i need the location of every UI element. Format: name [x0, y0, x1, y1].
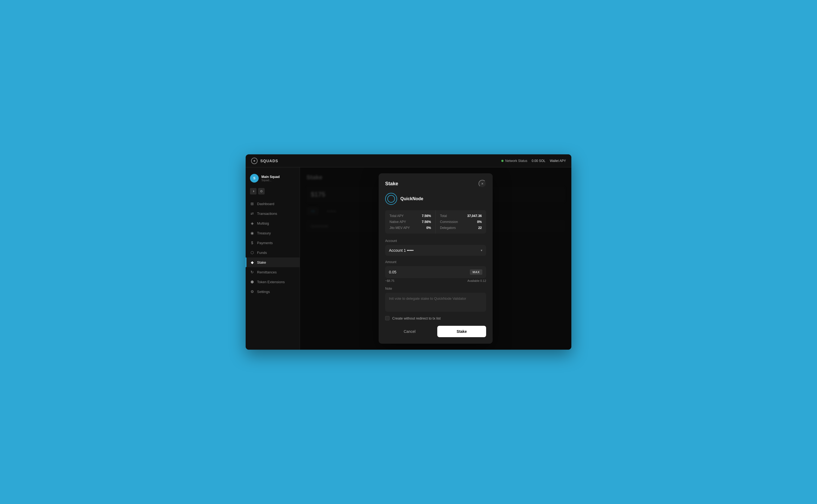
max-button[interactable]: MAX [470, 269, 482, 275]
logo-dot [253, 160, 255, 162]
stats-left: Total APY 7.56% Native APY 7.56% Jito ME… [385, 210, 436, 234]
validator-name: QuickNode [400, 196, 423, 201]
amount-input-container: MAX [385, 266, 486, 278]
stat-row-total-apy: Total APY 7.56% [389, 214, 431, 218]
total-value: 37,047.36 [468, 214, 482, 218]
content-area: Stake $175 All Active QuickNode Stake [300, 167, 571, 350]
modal-buttons: Cancel Stake [385, 326, 486, 337]
note-input[interactable]: Init vote to delegate stake to QuickNode… [385, 293, 486, 312]
account-name: Main Squad [261, 175, 295, 179]
stat-row-jito: Jito MEV APY 0% [389, 226, 431, 230]
commission-label: Commission [440, 220, 458, 224]
delegators-label: Delegators [440, 226, 456, 230]
sidebar-item-label: Dashboard [257, 202, 274, 206]
stats-grid: Total APY 7.56% Native APY 7.56% Jito ME… [385, 210, 486, 234]
native-apy-value: 7.56% [422, 220, 431, 224]
note-placeholder: Init vote to delegate stake to QuickNode… [389, 296, 466, 301]
native-apy-label: Native APY [389, 220, 406, 224]
sol-balance: 0.00 SOL [532, 159, 546, 163]
network-status: Network Status [501, 159, 527, 163]
sidebar-item-label: Stake [257, 260, 266, 264]
sidebar-item-label: Treasury [257, 231, 271, 235]
top-bar-left: SQUADS [251, 158, 278, 164]
checkbox-row: Create without redirect to tx list [385, 316, 486, 320]
validator-logo-inner [387, 195, 395, 203]
sidebar-item-payments[interactable]: $ Payments [246, 238, 300, 248]
treasury-icon: ◉ [250, 231, 254, 235]
payments-icon: $ [250, 241, 254, 245]
sidebar-item-label: Settings [257, 290, 270, 294]
top-bar-right: Network Status 0.00 SOL Wallet APY [501, 159, 566, 163]
total-label: Total [440, 214, 447, 218]
account-dropdown-text: Account 1 ••••• [389, 248, 414, 253]
sidebar-item-multisig[interactable]: ◈ Multisig [246, 218, 300, 228]
stats-right: Total 37,047.36 Commission 0% Delegators… [436, 210, 486, 234]
sidebar-account: S Main Squad Squad... [246, 172, 300, 188]
stat-row-delegators: Delegators 22 [440, 226, 482, 230]
stake-button[interactable]: Stake [437, 326, 486, 337]
main-layout: S Main Squad Squad... ⊞ Dashboard [246, 167, 571, 350]
amount-label: Amount [385, 260, 486, 264]
amount-form-group: Amount MAX ~$8.75 Available 0.12 [385, 260, 486, 282]
account-info: Main Squad Squad... [261, 175, 295, 182]
jito-mev-label: Jito MEV APY [389, 226, 410, 230]
network-dot [501, 160, 504, 162]
stake-modal: Stake × QuickNode Total [378, 173, 493, 344]
sidebar: S Main Squad Squad... ⊞ Dashboard [246, 167, 300, 350]
chevron-down-icon: ▾ [481, 248, 482, 252]
sidebar-item-label: Transactions [257, 212, 277, 216]
browser-window: SQUADS Network Status 0.00 SOL Wallet AP… [246, 154, 571, 350]
network-status-label: Network Status [505, 159, 527, 163]
stat-row-commission: Commission 0% [440, 220, 482, 224]
available-balance: Available 0.12 [468, 279, 486, 282]
cancel-button[interactable]: Cancel [385, 326, 434, 337]
multisig-icon: ◈ [250, 221, 254, 225]
wallet-info: Wallet APY [550, 159, 566, 163]
total-apy-value: 7.56% [422, 214, 431, 218]
top-bar: SQUADS Network Status 0.00 SOL Wallet AP… [246, 154, 571, 167]
account-dropdown[interactable]: Account 1 ••••• ▾ [385, 245, 486, 256]
sidebar-nav: ⊞ Dashboard ⇄ Transactions ◈ Multisig ◉ … [246, 199, 300, 345]
sidebar-item-label: Remittances [257, 270, 276, 274]
sidebar-item-settings[interactable]: ⚙ Settings [246, 287, 300, 296]
redirect-checkbox[interactable] [385, 316, 389, 320]
sidebar-item-label: Token Extensions [257, 280, 285, 284]
sidebar-item-remittances[interactable]: ↻ Remittances [246, 267, 300, 277]
action-btn-2[interactable] [258, 188, 265, 194]
sidebar-item-dashboard[interactable]: ⊞ Dashboard [246, 199, 300, 209]
checkbox-label: Create without redirect to tx list [392, 316, 441, 320]
sidebar-item-token-extensions[interactable]: ⬢ Token Extensions [246, 277, 300, 287]
modal-title: Stake [385, 181, 398, 187]
action-btn-1[interactable] [250, 188, 256, 194]
account-actions [246, 188, 300, 199]
total-apy-label: Total APY [389, 214, 403, 218]
sidebar-item-label: Payments [257, 241, 273, 245]
sidebar-item-transactions[interactable]: ⇄ Transactions [246, 209, 300, 218]
delegators-value: 22 [478, 226, 482, 230]
validator-section: QuickNode [385, 193, 486, 205]
sidebar-item-label: Funds [257, 251, 267, 255]
transactions-icon: ⇄ [250, 211, 254, 216]
token-icon: ⬢ [250, 280, 254, 284]
sidebar-item-stake[interactable]: ◆ Stake [246, 257, 300, 267]
logo-icon [251, 158, 257, 164]
amount-input[interactable] [389, 270, 443, 274]
note-form-group: Note Init vote to delegate stake to Quic… [385, 287, 486, 312]
fiat-approx: ~$8.75 [385, 279, 394, 282]
validator-logo [385, 193, 397, 205]
svg-point-0 [260, 190, 262, 192]
close-button[interactable]: × [479, 180, 486, 187]
modal-overlay: Stake × QuickNode Total [300, 167, 571, 350]
note-label: Note [385, 287, 486, 291]
dashboard-icon: ⊞ [250, 202, 254, 206]
avatar: S [250, 174, 259, 183]
amount-footer: ~$8.75 Available 0.12 [385, 279, 486, 282]
logo-text: SQUADS [260, 159, 278, 163]
sidebar-item-funds[interactable]: ⬡ Funds [246, 248, 300, 257]
account-form-group: Account Account 1 ••••• ▾ [385, 239, 486, 256]
stat-row-native-apy: Native APY 7.56% [389, 220, 431, 224]
sidebar-item-treasury[interactable]: ◉ Treasury [246, 228, 300, 238]
remittances-icon: ↻ [250, 270, 254, 274]
sidebar-item-label: Multisig [257, 221, 269, 225]
account-address: Squad... [261, 179, 295, 182]
